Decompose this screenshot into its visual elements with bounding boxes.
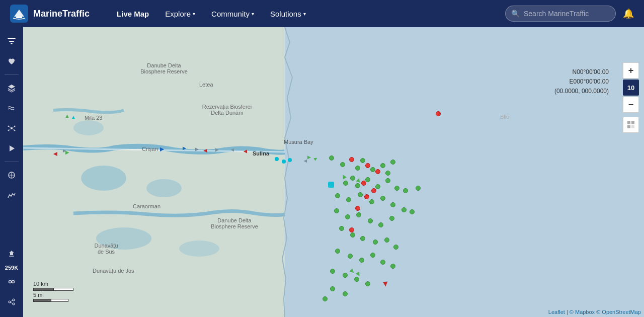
ship-g41[interactable] [380,260,385,265]
ship-r2[interactable] [365,163,370,168]
sidebar-layers-btn[interactable] [3,79,21,97]
ship-g40[interactable] [370,253,375,258]
heart-icon [7,57,16,66]
sidebar-share-btn[interactable] [3,293,21,311]
ship-g37[interactable] [335,249,340,254]
ship-arrow-gray2[interactable]: ▲ [214,147,221,153]
ship-g34[interactable] [373,240,378,245]
notification-bell-icon[interactable]: 🔔 [621,6,636,21]
ship-g13[interactable] [375,184,380,189]
ship-g16[interactable] [403,188,408,193]
svg-point-24 [81,166,126,191]
sidebar-favorites-btn[interactable] [3,52,21,70]
search-input[interactable] [505,6,616,22]
ship-r6[interactable] [364,194,369,199]
ship-g22[interactable] [390,202,395,207]
ship-north2[interactable]: ▲ [71,114,76,120]
ship-arrow-b2[interactable]: ▲ [181,145,188,151]
ship-g30[interactable] [389,216,394,221]
ship-g28[interactable] [368,218,373,223]
ship-g1[interactable] [329,155,334,161]
sidebar-playback-btn[interactable] [3,139,21,157]
sidebar-ships-count-btn[interactable] [3,245,21,263]
main-nav: Live Map Explore ▾ Community ▾ Solutions… [100,6,497,22]
ship-arrow-gray1[interactable]: ▲ [194,146,201,152]
ship-g48[interactable] [343,291,348,296]
ship-r4[interactable] [361,181,366,186]
ship-cyan4[interactable] [328,182,334,188]
ship-g6[interactable] [380,163,385,168]
ship-g25[interactable] [334,208,339,213]
sidebar-measure-btn[interactable] [3,166,21,184]
ship-g7[interactable] [390,160,395,165]
ship-g21[interactable] [380,196,385,201]
ship-r1[interactable] [349,157,354,162]
ship-g32[interactable] [350,232,355,237]
nav-explore[interactable]: Explore ▾ [158,6,202,22]
ship-arrow-b1[interactable]: ▲ [158,146,167,153]
ship-arrow-r3[interactable]: ▲ [242,148,249,154]
ship-g18[interactable] [346,197,351,202]
ship-arrow-r2[interactable]: ▲ [201,147,209,154]
ship-g39[interactable] [359,258,364,263]
ship-arrow-r-left[interactable]: ▲ [51,150,59,157]
sidebar-filter-btn[interactable] [3,32,21,50]
ship-g17[interactable] [335,193,340,198]
ship-g8[interactable] [385,171,390,176]
ship-g29[interactable] [378,222,383,227]
ship-g33[interactable] [360,236,365,241]
sidebar-loop-btn[interactable] [3,273,21,291]
sidebar-network-btn[interactable] [3,119,21,137]
leaflet-link[interactable]: Leaflet [548,309,565,315]
ship-g49[interactable] [323,296,328,301]
ship-g44[interactable] [343,273,348,278]
ship-g38[interactable] [348,254,353,259]
ship-g12[interactable] [365,177,370,182]
osm-link[interactable]: © OpenStreetMap [596,309,641,315]
nav-community[interactable]: Community ▾ [204,6,261,22]
ship-r8[interactable] [349,227,354,232]
ship-arrow-sulina3[interactable]: ▲ [302,158,308,164]
ship-g47[interactable] [330,286,335,291]
ship-g20[interactable] [369,199,374,204]
ship-r3[interactable] [375,169,380,174]
ship-r7[interactable] [355,206,360,211]
map-area[interactable]: Danube DeltaBiosphere Reserve Letea Reze… [23,27,644,317]
ship-g36[interactable] [393,245,398,250]
ship-r5[interactable] [371,188,376,193]
sidebar-analytics-btn[interactable] [3,186,21,204]
nav-solutions[interactable]: Solutions ▾ [263,6,313,22]
ship-g23[interactable] [401,207,407,212]
ship-red-1[interactable] [436,111,441,116]
ship-north1[interactable]: ▲ [64,113,70,119]
ship-arrow-r1[interactable]: ▲ [381,279,389,289]
ship-g50[interactable] [416,186,421,191]
ship-g5[interactable] [370,167,375,172]
ship-arrow-gray3[interactable]: ▲ [229,147,235,153]
ship-g46[interactable] [365,281,370,286]
ship-g24[interactable] [410,209,415,214]
ship-g15[interactable] [394,186,399,191]
zoom-in-button[interactable]: + [623,62,639,78]
ship-g19[interactable] [358,192,363,197]
ship-g3[interactable] [355,166,360,171]
map-type-button[interactable] [623,117,639,133]
ship-g42[interactable] [390,264,395,269]
sidebar-weather-btn[interactable] [3,99,21,117]
ship-g27[interactable] [356,212,361,217]
ship-g26[interactable] [345,214,350,219]
nav-livemap[interactable]: Live Map [110,6,156,22]
ship-g2[interactable] [340,162,345,167]
ship-cyan2[interactable] [282,160,286,164]
mapbox-link[interactable]: © Mapbox [570,309,595,315]
ship-g10[interactable] [343,181,348,186]
ship-g35[interactable] [384,237,389,243]
ship-arrow-top1[interactable]: ▲ [64,149,71,156]
ship-g43[interactable] [330,269,335,274]
ship-g14[interactable] [385,178,390,183]
ship-cyan1[interactable] [275,157,279,161]
zoom-out-button[interactable]: − [623,97,639,113]
ship-cyan3[interactable] [288,158,292,162]
ship-g4[interactable] [360,158,365,163]
ship-g31[interactable] [339,226,344,231]
